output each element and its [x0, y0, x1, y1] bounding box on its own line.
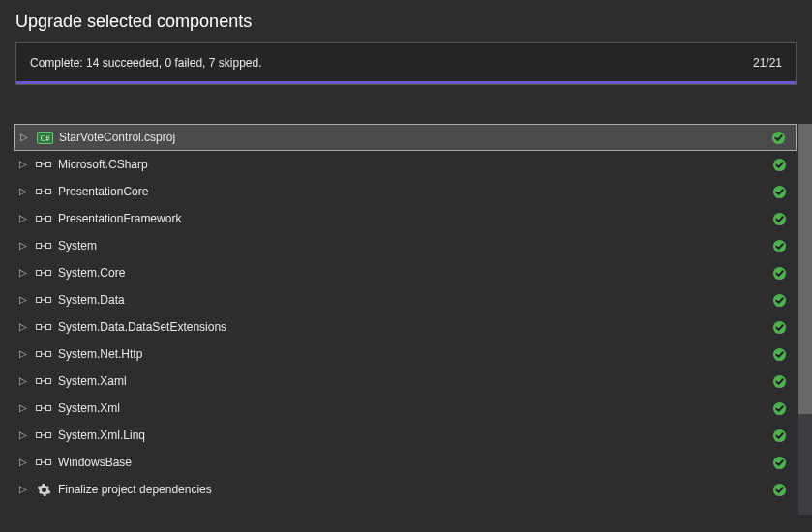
list-item[interactable]: ▷System.Net.Http [14, 340, 797, 368]
list-item[interactable]: ▷System.Core [14, 259, 797, 286]
item-label: System.Core [58, 266, 766, 280]
svg-rect-43 [37, 433, 42, 438]
svg-rect-24 [46, 298, 51, 303]
expand-icon[interactable]: ▷ [19, 187, 29, 196]
list-item[interactable]: ▷PresentationFramework [14, 205, 797, 232]
svg-rect-16 [46, 244, 51, 249]
list-item[interactable]: ▷System.Data [14, 286, 797, 313]
status-ok-icon [771, 184, 787, 199]
ref-icon [35, 374, 52, 388]
svg-rect-8 [46, 190, 51, 194]
ref-icon [35, 212, 52, 225]
list-item[interactable]: ▷C#StarVoteControl.csproj [14, 124, 797, 151]
status-counter: 21/21 [753, 56, 782, 70]
expand-icon[interactable]: ▷ [19, 268, 29, 278]
expand-icon[interactable]: ▷ [19, 458, 29, 467]
expand-icon[interactable]: ▷ [19, 160, 29, 169]
ref-icon [35, 266, 52, 280]
list-item[interactable]: ▷System [14, 232, 797, 259]
list-item[interactable]: ▷System.Data.DataSetExtensions [14, 313, 797, 340]
item-label: System.Data [58, 293, 766, 307]
status-ok-icon [771, 292, 787, 308]
list-item[interactable]: ▷System.Xml [14, 395, 797, 422]
expand-icon[interactable]: ▷ [19, 376, 29, 386]
item-label: System.Data.DataSetExtensions [58, 320, 766, 334]
ref-icon [35, 158, 52, 171]
list-item[interactable]: ▷PresentationCore [14, 178, 797, 205]
svg-rect-48 [46, 460, 51, 465]
progress-bar [16, 81, 796, 84]
list-item[interactable]: ▷WindowsBase [14, 449, 797, 476]
item-label: PresentationCore [58, 185, 766, 198]
component-list: ▷C#StarVoteControl.csproj▷Microsoft.CSha… [14, 124, 797, 503]
item-label: Finalize project dependencies [58, 483, 766, 496]
page-title: Upgrade selected components [0, 0, 812, 42]
progress-fill [16, 81, 796, 84]
svg-rect-20 [46, 271, 51, 276]
status-ok-icon [771, 238, 787, 253]
status-ok-icon [771, 157, 787, 172]
status-ok-icon [771, 400, 787, 416]
status-ok-icon [771, 211, 787, 226]
list-item[interactable]: ▷Finalize project dependencies [14, 476, 797, 503]
status-ok-icon [771, 265, 787, 281]
expand-icon[interactable]: ▷ [19, 403, 29, 413]
ref-icon [35, 239, 52, 252]
status-message: Complete: 14 succeeded, 0 failed, 7 skip… [30, 56, 261, 70]
ref-icon [35, 429, 52, 442]
status-ok-icon [771, 346, 787, 362]
svg-rect-28 [46, 325, 51, 330]
ref-icon [35, 456, 52, 469]
item-label: PresentationFramework [58, 212, 766, 225]
expand-icon[interactable]: ▷ [19, 430, 29, 440]
ref-icon [35, 401, 52, 415]
svg-rect-11 [37, 217, 42, 222]
svg-rect-36 [46, 379, 51, 384]
scrollbar-track[interactable] [798, 124, 812, 515]
list-item[interactable]: ▷System.Xml.Linq [14, 422, 797, 449]
status-panel: Complete: 14 succeeded, 0 failed, 7 skip… [15, 42, 797, 85]
svg-rect-4 [46, 163, 51, 167]
svg-rect-12 [46, 217, 51, 222]
item-label: WindowsBase [58, 456, 766, 469]
list-item[interactable]: ▷Microsoft.CSharp [14, 151, 797, 178]
svg-rect-23 [37, 298, 42, 303]
item-label: System.Xaml [58, 374, 766, 388]
svg-text:C#: C# [40, 133, 48, 142]
status-ok-icon [770, 130, 786, 145]
svg-rect-27 [37, 325, 42, 330]
svg-rect-35 [37, 379, 42, 384]
expand-icon[interactable]: ▷ [20, 133, 30, 142]
svg-rect-15 [37, 244, 42, 249]
svg-rect-39 [37, 406, 42, 411]
scrollbar-thumb[interactable] [798, 124, 812, 414]
ref-icon [35, 347, 52, 361]
ref-icon [35, 185, 52, 198]
item-label: Microsoft.CSharp [58, 158, 766, 171]
expand-icon[interactable]: ▷ [19, 241, 29, 251]
ref-icon [35, 320, 52, 334]
item-label: System.Xml.Linq [58, 429, 766, 442]
item-label: System [58, 239, 766, 252]
status-ok-icon [771, 482, 787, 497]
expand-icon[interactable]: ▷ [19, 322, 29, 332]
list-item[interactable]: ▷System.Xaml [14, 368, 797, 395]
status-ok-icon [771, 428, 787, 443]
svg-rect-47 [37, 460, 42, 465]
status-ok-icon [771, 455, 787, 470]
expand-icon[interactable]: ▷ [19, 485, 29, 494]
item-label: System.Xml [58, 401, 766, 415]
status-ok-icon [771, 373, 787, 389]
svg-rect-19 [37, 271, 42, 276]
ref-icon [35, 293, 52, 307]
status-ok-icon [771, 319, 787, 335]
svg-rect-40 [46, 406, 51, 411]
expand-icon[interactable]: ▷ [19, 214, 29, 223]
svg-rect-44 [46, 433, 51, 438]
expand-icon[interactable]: ▷ [19, 349, 29, 359]
svg-rect-32 [46, 352, 51, 357]
svg-rect-7 [37, 190, 42, 194]
svg-rect-31 [37, 352, 42, 357]
expand-icon[interactable]: ▷ [19, 295, 29, 305]
item-label: StarVoteControl.csproj [59, 131, 765, 144]
